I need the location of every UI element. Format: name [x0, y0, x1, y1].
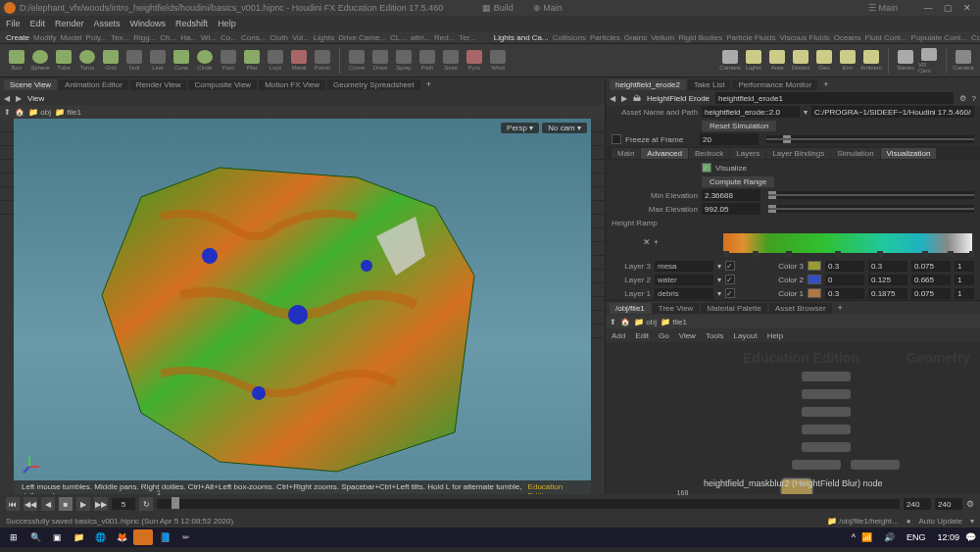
layer2-chk[interactable]: ✓: [725, 275, 735, 284]
tool-lights[interactable]: Lights: [743, 48, 764, 74]
tool-pyro[interactable]: Pyro: [464, 48, 485, 74]
tool-pointcloud[interactable]: Pointc: [312, 48, 333, 74]
tool-ambient[interactable]: Ambient: [860, 48, 882, 74]
handle-tool-icon[interactable]: [0, 132, 14, 146]
display-opt-icon[interactable]: [591, 283, 605, 297]
network-node[interactable]: [802, 389, 851, 399]
display-opt-icon[interactable]: [591, 132, 605, 146]
menu-render[interactable]: Render: [55, 19, 84, 28]
tab-geo-spreadsheet[interactable]: Geometry Spreadsheet: [327, 79, 420, 90]
shelf-tab[interactable]: Modify: [33, 33, 57, 42]
net-breadcrumb-file1[interactable]: file1: [672, 318, 687, 326]
display-opt-icon[interactable]: [591, 297, 605, 311]
start-button[interactable]: ⊞: [4, 529, 24, 545]
min-elev-slider[interactable]: [768, 191, 974, 199]
min-elev-field[interactable]: [702, 189, 760, 201]
display-opt-icon[interactable]: [591, 270, 605, 283]
shelf-tab[interactable]: Collisions: [553, 33, 586, 42]
max-elev-slider[interactable]: [768, 205, 974, 213]
search-icon[interactable]: 🔍: [25, 529, 45, 545]
tab-composite-view[interactable]: Composite View: [188, 79, 257, 90]
nav-back-icon[interactable]: ◀: [4, 94, 10, 103]
net-menu-go[interactable]: Go: [659, 331, 669, 340]
layer3-b[interactable]: 0.075: [911, 261, 951, 272]
tab-take-list[interactable]: Take List: [688, 79, 731, 90]
display-opt-icon[interactable]: [591, 119, 605, 132]
layer2-color-swatch[interactable]: [808, 275, 821, 284]
layer1-r[interactable]: 0.3: [825, 288, 864, 299]
brush-tool-icon[interactable]: [0, 201, 14, 215]
tool-font[interactable]: Font: [218, 48, 239, 74]
net-menu-view[interactable]: View: [679, 331, 696, 340]
breadcrumb-file1[interactable]: file1: [67, 108, 81, 117]
parm-tab-layers[interactable]: Layers: [730, 148, 765, 159]
parm-tab-layerbindings[interactable]: Layer Bindings: [766, 148, 830, 159]
layer1-chk[interactable]: ✓: [725, 288, 735, 298]
shelf-tab[interactable]: Particles: [590, 33, 620, 42]
move-tool-icon[interactable]: [0, 146, 14, 160]
tab-motionfx-view[interactable]: Motion FX View: [259, 79, 325, 90]
next-keyframe-button[interactable]: ▶▶: [94, 497, 108, 511]
parm-tab-advanced[interactable]: Advanced: [641, 148, 688, 159]
shelf-tab[interactable]: Rigg...: [133, 33, 156, 42]
tab-network[interactable]: /obj/file1: [610, 303, 651, 314]
compute-range-button[interactable]: Compute Range: [702, 176, 774, 187]
shelf-tab[interactable]: Poly...: [85, 33, 107, 42]
end-frame-field[interactable]: [904, 498, 931, 510]
help-icon[interactable]: ?: [972, 94, 976, 103]
layer1-a[interactable]: 1: [955, 288, 974, 299]
tab-animation-editor[interactable]: Animation Editor: [59, 79, 128, 90]
viewport-canvas[interactable]: Persp ▾ No cam ▾ Left mouse tumbles. Mid…: [14, 119, 591, 494]
network-node[interactable]: [802, 372, 851, 381]
minimize-icon[interactable]: —: [919, 1, 937, 15]
nav-up-icon[interactable]: ⬆: [4, 108, 11, 117]
net-menu-edit[interactable]: Edit: [635, 331, 649, 340]
net-breadcrumb-obj[interactable]: obj: [646, 318, 657, 326]
layer1-b[interactable]: 0.075: [911, 288, 951, 299]
shelf-tab[interactable]: Grains: [624, 33, 648, 42]
layer1-g[interactable]: 0.1875: [868, 288, 907, 299]
parm-tab-simulation[interactable]: Simulation: [831, 148, 879, 159]
parm-tab-visualization[interactable]: Visualization: [881, 148, 937, 159]
shelf-tab[interactable]: Cloth: [270, 33, 288, 42]
tool-curve[interactable]: Curve: [346, 48, 368, 74]
tab-parm-node[interactable]: heightfield_erode2: [610, 79, 686, 90]
tool-distant[interactable]: Distant: [790, 48, 811, 74]
menu-help[interactable]: Help: [218, 19, 236, 28]
network-node[interactable]: [792, 460, 841, 470]
tool-lsys[interactable]: Lsys: [265, 48, 286, 74]
asset-path-field[interactable]: [811, 106, 974, 118]
freeze-checkbox[interactable]: [612, 134, 621, 144]
stop-button[interactable]: ■: [59, 497, 73, 511]
shelf-tab[interactable]: Cons...: [241, 33, 266, 42]
scale-tool-icon[interactable]: [0, 174, 14, 187]
height-ramp[interactable]: [723, 233, 972, 253]
max-elev-field[interactable]: [702, 203, 760, 215]
menu-edit[interactable]: Edit: [30, 19, 46, 28]
shelf-tab[interactable]: Red...: [434, 33, 455, 42]
snap-tool-icon[interactable]: [0, 187, 14, 201]
layer2-r[interactable]: 0: [825, 275, 864, 285]
freeze-frame-field[interactable]: [700, 133, 759, 145]
nav-fwd-icon[interactable]: ▶: [621, 94, 627, 103]
shelf-tab[interactable]: Ter...: [459, 33, 475, 42]
update-mode-dropdown[interactable]: Auto Update: [919, 517, 962, 526]
network-canvas[interactable]: Education Edition Geometry heightfield_m…: [606, 342, 980, 494]
shelf-tab[interactable]: Create: [6, 33, 29, 42]
tool-box[interactable]: Box: [6, 48, 27, 74]
tab-perfmon[interactable]: Performance Monitor: [732, 79, 817, 90]
shelf-tab[interactable]: Co...: [220, 33, 237, 42]
tool-metaball[interactable]: Metal: [288, 48, 310, 74]
nav-up-icon[interactable]: ⬆: [610, 318, 616, 326]
layer3-g[interactable]: 0.3: [868, 261, 907, 272]
browser-icon[interactable]: 🌐: [90, 529, 110, 545]
status-path[interactable]: /obj/file1/height...: [839, 517, 898, 526]
display-opt-icon[interactable]: [591, 256, 605, 270]
add-tab-icon[interactable]: +: [823, 79, 828, 89]
tool-stereo[interactable]: Stereo: [895, 48, 916, 74]
freeze-slider[interactable]: [766, 135, 974, 143]
ramp-add-icon[interactable]: ✕: [643, 237, 651, 247]
tab-asset-browser[interactable]: Asset Browser: [769, 303, 832, 314]
add-tab-icon[interactable]: +: [426, 79, 431, 89]
global-end-field[interactable]: [935, 498, 962, 510]
